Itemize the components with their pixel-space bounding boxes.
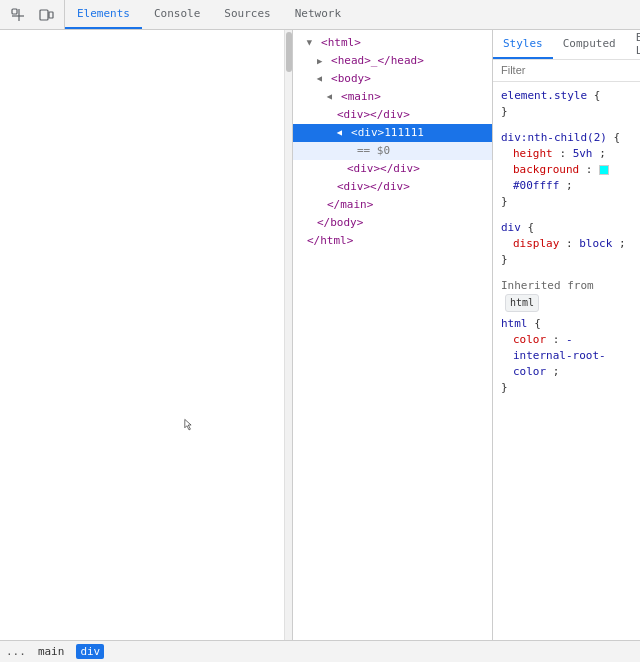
triangle-head: ▶	[317, 53, 322, 69]
triangle-div: ▼	[332, 130, 348, 135]
css-block-div: div { display : block ; }	[501, 220, 632, 268]
css-selector-div[interactable]: div {	[501, 220, 632, 236]
css-block-nth-child: div:nth-child(2) { height : 5vh ; backgr…	[501, 130, 632, 210]
styles-panel: Styles Computed Event Listeners element.…	[493, 30, 640, 640]
devtools-bottombar: ... main div	[0, 640, 640, 662]
css-selector-element-style[interactable]: element.style {	[501, 88, 632, 104]
select-element-icon[interactable]	[6, 3, 30, 27]
filter-input[interactable]	[501, 64, 632, 76]
triangle-html: ▶	[302, 40, 318, 45]
css-close-element-style: }	[501, 104, 632, 120]
triangle-body: ▼	[312, 76, 328, 81]
css-prop-background[interactable]: background : #00ffff ;	[513, 162, 632, 194]
tab-sources[interactable]: Sources	[212, 0, 282, 29]
styles-sub-tabs: Styles Computed Event Listeners	[493, 30, 640, 60]
breadcrumb-div[interactable]: div	[76, 644, 104, 659]
styles-content: element.style { } div:nth-child(2) { hei…	[493, 82, 640, 640]
subtab-styles[interactable]: Styles	[493, 30, 553, 59]
devtools-tabs: Elements Console Sources Network	[65, 0, 640, 29]
tab-network[interactable]: Network	[283, 0, 353, 29]
webpage-scrollbar[interactable]	[284, 30, 292, 640]
inherited-from-badge: html	[505, 294, 539, 312]
css-block-html: html { color : -internal-root-color ; }	[501, 316, 632, 396]
dom-line-html-close[interactable]: </html>	[293, 232, 492, 250]
subtab-computed[interactable]: Computed	[553, 30, 626, 59]
dom-line-head[interactable]: ▶ <head>_</head>	[293, 52, 492, 70]
css-close-div: }	[501, 252, 632, 268]
breadcrumb-main[interactable]: main	[34, 644, 69, 659]
css-prop-height[interactable]: height : 5vh ;	[513, 146, 632, 162]
dom-line-div-selected[interactable]: ▼ <div>111111	[293, 124, 492, 142]
dom-panel: ▶ <html> ▶ <head>_</head> ▼ <body> ▼ <ma…	[293, 30, 493, 640]
svg-rect-0	[12, 9, 17, 14]
dom-line-main-close[interactable]: </main>	[293, 196, 492, 214]
subtab-event-listeners[interactable]: Event Listeners	[626, 30, 640, 59]
svg-rect-4	[49, 12, 53, 18]
css-prop-color[interactable]: color : -internal-root-color ;	[513, 332, 632, 380]
tab-elements[interactable]: Elements	[65, 0, 142, 29]
styles-filter	[493, 60, 640, 82]
dom-line-body[interactable]: ▼ <body>	[293, 70, 492, 88]
dom-line-div2[interactable]: <div></div>	[293, 160, 492, 178]
devtools-main: ▶ <html> ▶ <head>_</head> ▼ <body> ▼ <ma…	[0, 30, 640, 640]
triangle-main: ▼	[322, 94, 338, 99]
dom-line-equals: == $0	[293, 142, 492, 160]
dom-line-html[interactable]: ▶ <html>	[293, 34, 492, 52]
device-toggle-icon[interactable]	[34, 3, 58, 27]
css-close-html: }	[501, 380, 632, 396]
toolbar-left	[0, 0, 65, 29]
dom-line-main[interactable]: ▼ <main>	[293, 88, 492, 106]
bottombar-ellipsis: ...	[6, 645, 26, 658]
css-close-nth-child: }	[501, 194, 632, 210]
css-selector-html[interactable]: html {	[501, 316, 632, 332]
css-block-element-style: element.style { }	[501, 88, 632, 120]
dom-line-div-close[interactable]: <div></div>	[293, 178, 492, 196]
dom-line-div1[interactable]: <div></div>	[293, 106, 492, 124]
devtools-toolbar: Elements Console Sources Network	[0, 0, 640, 30]
css-prop-display[interactable]: display : block ;	[513, 236, 632, 252]
css-selector-nth-child[interactable]: div:nth-child(2) {	[501, 130, 632, 146]
webpage-panel	[0, 30, 293, 640]
tab-console[interactable]: Console	[142, 0, 212, 29]
scrollbar-thumb	[286, 32, 292, 72]
color-swatch-00ffff[interactable]	[599, 165, 609, 175]
inherited-header: Inherited from html	[501, 278, 632, 312]
dom-line-body-close[interactable]: </body>	[293, 214, 492, 232]
svg-rect-3	[40, 10, 48, 20]
